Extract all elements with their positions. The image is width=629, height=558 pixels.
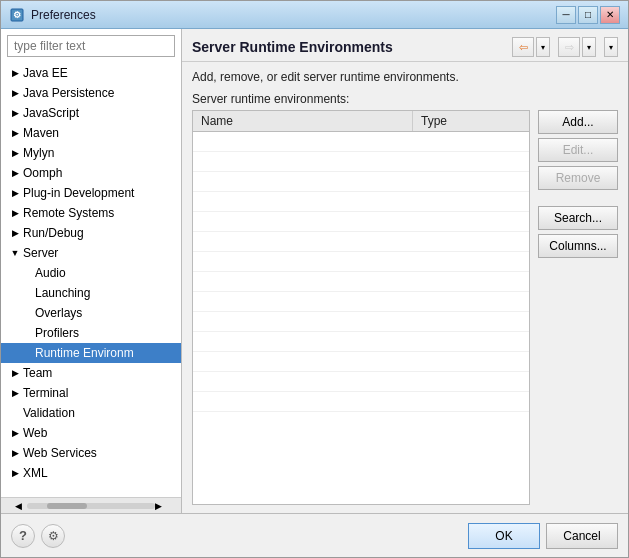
table-row	[193, 152, 529, 172]
scrollbar-track[interactable]	[27, 503, 155, 509]
tree-item-terminal[interactable]: ▶ Terminal	[1, 383, 181, 403]
tree-item-run-debug[interactable]: ▶ Run/Debug	[1, 223, 181, 243]
title-bar: ⚙ Preferences ─ □ ✕	[1, 1, 628, 29]
window-controls: ─ □ ✕	[556, 6, 620, 24]
table-row	[193, 172, 529, 192]
expand-arrow	[21, 347, 33, 359]
bottom-left-buttons: ? ⚙	[11, 524, 65, 548]
preferences-button[interactable]: ⚙	[41, 524, 65, 548]
expand-arrow: ▶	[9, 447, 21, 459]
table-row	[193, 192, 529, 212]
right-panel: Server Runtime Environments ⇦ ▾ ⇨ ▾ ▾ Ad…	[182, 29, 628, 513]
expand-arrow: ▶	[9, 67, 21, 79]
table-area: Name Type	[192, 110, 618, 505]
edit-button[interactable]: Edit...	[538, 138, 618, 162]
tree-item-label: Terminal	[23, 386, 68, 400]
nav-menu-dropdown[interactable]: ▾	[604, 37, 618, 57]
columns-button[interactable]: Columns...	[538, 234, 618, 258]
tree-item-label: Java EE	[23, 66, 68, 80]
expand-arrow: ▶	[9, 127, 21, 139]
help-button[interactable]: ?	[11, 524, 35, 548]
minimize-button[interactable]: ─	[556, 6, 576, 24]
tree-item-remote-systems[interactable]: ▶ Remote Systems	[1, 203, 181, 223]
tree-item-maven[interactable]: ▶ Maven	[1, 123, 181, 143]
tree-item-label: Run/Debug	[23, 226, 84, 240]
forward-dropdown[interactable]: ▾	[582, 37, 596, 57]
table-row	[193, 272, 529, 292]
tree-item-label: Runtime Environm	[35, 346, 134, 360]
tree-item-server[interactable]: ▼ Server	[1, 243, 181, 263]
expand-arrow: ▶	[9, 167, 21, 179]
add-button[interactable]: Add...	[538, 110, 618, 134]
expand-arrow: ▶	[9, 467, 21, 479]
description-text: Add, remove, or edit server runtime envi…	[192, 70, 618, 84]
back-button[interactable]: ⇦	[512, 37, 534, 57]
expand-arrow	[21, 267, 33, 279]
tree-item-runtime-env[interactable]: Runtime Environm	[1, 343, 181, 363]
search-button[interactable]: Search...	[538, 206, 618, 230]
ok-button[interactable]: OK	[468, 523, 540, 549]
tree-item-audio[interactable]: Audio	[1, 263, 181, 283]
cancel-button[interactable]: Cancel	[546, 523, 618, 549]
table-row	[193, 372, 529, 392]
table-row	[193, 392, 529, 412]
filter-input[interactable]	[7, 35, 175, 57]
tree-item-label: Mylyn	[23, 146, 54, 160]
tree-item-label: Team	[23, 366, 52, 380]
tree-item-plugin-dev[interactable]: ▶ Plug-in Development	[1, 183, 181, 203]
table-row	[193, 332, 529, 352]
tree-item-label: Java Persistence	[23, 86, 114, 100]
restore-button[interactable]: □	[578, 6, 598, 24]
tree-item-overlays[interactable]: Overlays	[1, 303, 181, 323]
back-dropdown[interactable]: ▾	[536, 37, 550, 57]
tree-item-xml[interactable]: ▶ XML	[1, 463, 181, 483]
bottom-bar: ? ⚙ OK Cancel	[1, 513, 628, 557]
tree-item-team[interactable]: ▶ Team	[1, 363, 181, 383]
table-row	[193, 312, 529, 332]
tree-item-label: XML	[23, 466, 48, 480]
tree-item-oomph[interactable]: ▶ Oomph	[1, 163, 181, 183]
tree-item-launching[interactable]: Launching	[1, 283, 181, 303]
tree-item-java-ee[interactable]: ▶ Java EE	[1, 63, 181, 83]
tree-item-profilers[interactable]: Profilers	[1, 323, 181, 343]
expand-arrow	[21, 307, 33, 319]
left-panel: ▶ Java EE ▶ Java Persistence ▶ JavaScrip…	[1, 29, 182, 513]
expand-arrow	[21, 287, 33, 299]
expand-arrow: ▶	[9, 147, 21, 159]
tree-item-label: Profilers	[35, 326, 79, 340]
runtime-table: Name Type	[192, 110, 530, 505]
tree-item-label: Launching	[35, 286, 90, 300]
table-row	[193, 352, 529, 372]
tree-item-label: Overlays	[35, 306, 82, 320]
tree-item-javascript[interactable]: ▶ JavaScript	[1, 103, 181, 123]
window-icon: ⚙	[9, 7, 25, 23]
tree-item-mylyn[interactable]: ▶ Mylyn	[1, 143, 181, 163]
tree-item-label: Server	[23, 246, 58, 260]
section-label: Server runtime environments:	[192, 92, 618, 106]
tree-item-label: Oomph	[23, 166, 62, 180]
table-header: Name Type	[193, 111, 529, 132]
right-body: Add, remove, or edit server runtime envi…	[182, 62, 628, 513]
expand-arrow: ▶	[9, 427, 21, 439]
table-row	[193, 212, 529, 232]
tree-item-java-persistence[interactable]: ▶ Java Persistence	[1, 83, 181, 103]
bottom-right-buttons: OK Cancel	[468, 523, 618, 549]
remove-button[interactable]: Remove	[538, 166, 618, 190]
forward-button[interactable]: ⇨	[558, 37, 580, 57]
table-body[interactable]	[193, 132, 529, 504]
expand-arrow: ▶	[9, 207, 21, 219]
tree-item-web-services[interactable]: ▶ Web Services	[1, 443, 181, 463]
tree-item-web[interactable]: ▶ Web	[1, 423, 181, 443]
expand-arrow: ▶	[9, 187, 21, 199]
close-button[interactable]: ✕	[600, 6, 620, 24]
table-row	[193, 252, 529, 272]
right-header: Server Runtime Environments ⇦ ▾ ⇨ ▾ ▾	[182, 29, 628, 62]
tree-item-validation[interactable]: Validation	[1, 403, 181, 423]
tree-item-label: Validation	[23, 406, 75, 420]
svg-text:⚙: ⚙	[13, 10, 21, 20]
tree-item-label: Plug-in Development	[23, 186, 134, 200]
horizontal-scrollbar[interactable]: ◀ ▶	[1, 497, 181, 513]
scrollbar-thumb[interactable]	[47, 503, 87, 509]
tree-item-label: Audio	[35, 266, 66, 280]
expand-arrow: ▶	[9, 367, 21, 379]
